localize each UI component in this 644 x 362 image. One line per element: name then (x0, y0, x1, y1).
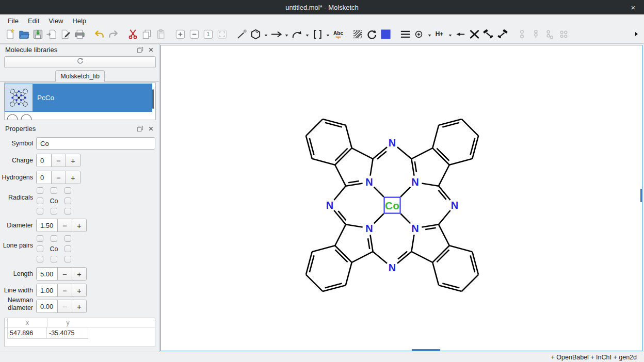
ring-dropdown-button[interactable] (263, 28, 269, 42)
hydrogens-dropdown-button[interactable] (447, 28, 453, 42)
align-2-button[interactable] (529, 28, 543, 42)
menu-edit[interactable]: Edit (23, 15, 44, 26)
line-width-decrement-button[interactable]: − (57, 284, 72, 297)
lone-pairs-checkbox-0-0[interactable] (37, 235, 43, 242)
radicals-checkbox-0-2[interactable] (65, 187, 71, 194)
canvas-vertical-scrollbar-thumb[interactable] (640, 189, 642, 202)
export-button[interactable] (59, 28, 73, 42)
drawing-canvas[interactable]: NNNNNNNNCo (160, 45, 642, 351)
coordinate-x-cell[interactable]: 547.896 (7, 327, 47, 339)
line-width-value[interactable]: 1.00 (37, 284, 57, 297)
radicals-checkbox-1-2[interactable] (65, 198, 71, 204)
diameter-value[interactable]: 1.50 (37, 219, 57, 232)
paste-button[interactable] (154, 28, 168, 42)
line-width-button[interactable] (398, 28, 412, 42)
menu-file[interactable]: File (3, 15, 23, 26)
close-dock-icon[interactable] (148, 125, 154, 134)
newman-diameter-value[interactable]: 0.00 (37, 300, 57, 312)
molecule-pcco[interactable]: NNNNNNNNCo (161, 45, 642, 351)
reaction-arrow-button[interactable] (269, 28, 283, 42)
hydrogens-value[interactable]: 0 (37, 171, 51, 184)
radicals-checkbox-0-1[interactable] (51, 187, 57, 194)
align-3-button[interactable] (543, 28, 557, 42)
charge-button[interactable] (412, 28, 426, 42)
align-1-button[interactable] (515, 28, 529, 42)
hydrogens-decrement-button[interactable]: − (51, 171, 66, 184)
molecule-library-list[interactable]: PcCo (4, 83, 156, 120)
save-button[interactable] (31, 28, 45, 42)
lone-pairs-checkbox-1-2[interactable] (65, 245, 71, 252)
lone-pairs-checkbox-0-2[interactable] (65, 235, 71, 242)
diameter-decrement-button[interactable]: − (57, 219, 72, 232)
brackets-dropdown-button[interactable] (325, 28, 331, 42)
length-increment-button[interactable]: + (72, 268, 86, 280)
library-item-partial[interactable] (6, 112, 33, 120)
charge-value[interactable]: 0 (37, 154, 51, 167)
length-decrement-button[interactable]: − (57, 268, 72, 280)
cut-button[interactable] (126, 28, 140, 42)
coordinates-table[interactable]: x y 547.896 -35.4075 (4, 318, 155, 347)
zoom-out-button[interactable] (187, 28, 201, 42)
open-button[interactable] (17, 28, 31, 42)
close-dock-icon[interactable] (148, 46, 154, 55)
flip-horizontal-button[interactable] (481, 28, 495, 42)
library-item-pcco[interactable]: PcCo (5, 84, 152, 112)
lone-pairs-checkbox-2-2[interactable] (65, 256, 71, 262)
float-dock-icon[interactable] (137, 46, 143, 55)
text-button[interactable]: Abc (331, 28, 345, 42)
selection-button[interactable] (351, 28, 365, 42)
radicals-checkbox-0-0[interactable] (37, 187, 43, 194)
print-button[interactable] (73, 28, 87, 42)
align-4-button[interactable] (557, 28, 571, 42)
symbol-input[interactable] (36, 137, 155, 150)
float-dock-icon[interactable] (137, 125, 143, 134)
lone-pairs-checkbox-1-0[interactable] (37, 245, 43, 252)
copy-button[interactable] (140, 28, 154, 42)
menu-help[interactable]: Help (68, 15, 91, 26)
charge-decrement-button[interactable]: − (51, 154, 66, 167)
title-bar[interactable]: untitled.mol* - Molsketch × (0, 0, 644, 14)
draw-button[interactable] (235, 28, 249, 42)
redo-button[interactable] (106, 28, 120, 42)
rotate-button[interactable] (365, 28, 379, 42)
import-button[interactable] (45, 28, 59, 42)
hydrogens-increment-button[interactable]: + (66, 171, 80, 184)
length-value[interactable]: 5.00 (37, 268, 57, 280)
new-button[interactable] (3, 28, 17, 42)
lone-pairs-checkbox-2-0[interactable] (37, 256, 43, 262)
newman-diameter-decrement-button[interactable]: − (57, 300, 72, 312)
charge-dropdown-button[interactable] (426, 28, 432, 42)
coordinate-y-cell[interactable]: -35.4075 (47, 327, 88, 339)
brackets-button[interactable] (311, 28, 325, 42)
radicals-checkbox-1-0[interactable] (37, 198, 43, 204)
mechanism-arrow-dropdown-button[interactable] (304, 28, 310, 42)
menu-view[interactable]: View (44, 15, 68, 26)
newman-diameter-increment-button[interactable]: + (72, 300, 86, 312)
zoom-original-button[interactable]: 1 (201, 28, 215, 42)
charge-increment-button[interactable]: + (66, 154, 80, 167)
delete-button[interactable] (468, 28, 481, 42)
tab-molsketch-lib[interactable]: Molsketch_lib (55, 70, 105, 82)
zoom-in-button[interactable] (173, 28, 187, 42)
toolbar-extension-button[interactable] (632, 28, 641, 42)
canvas-horizontal-scrollbar-thumb[interactable] (412, 349, 440, 351)
refresh-libraries-button[interactable] (4, 56, 156, 68)
lone-pairs-checkbox-0-1[interactable] (51, 235, 57, 242)
flip-vertical-button[interactable] (495, 28, 509, 42)
zoom-fit-button[interactable] (215, 28, 229, 42)
radicals-checkbox-2-2[interactable] (65, 208, 71, 215)
ring-button[interactable] (249, 28, 263, 42)
line-width-increment-button[interactable]: + (72, 284, 86, 297)
reaction-arrow-dropdown-button[interactable] (283, 28, 289, 42)
mechanism-arrow-button[interactable] (290, 28, 304, 42)
color-button[interactable] (379, 28, 393, 42)
radicals-checkbox-2-1[interactable] (51, 208, 57, 215)
diameter-increment-button[interactable]: + (72, 219, 86, 232)
library-scrollbar-thumb[interactable] (152, 89, 154, 109)
detach-button[interactable] (454, 28, 468, 42)
radicals-checkbox-2-0[interactable] (37, 208, 43, 215)
hydrogens-button[interactable]: H+ (433, 28, 447, 42)
undo-button[interactable] (92, 28, 106, 42)
lone-pairs-checkbox-2-1[interactable] (51, 256, 57, 262)
close-window-button[interactable]: × (626, 0, 640, 14)
